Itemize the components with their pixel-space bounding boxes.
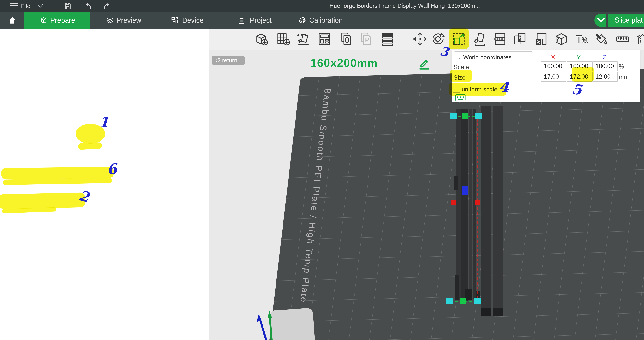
- tab-calibration-label: Calibration: [309, 16, 343, 25]
- save-icon[interactable]: [63, 2, 72, 11]
- bambu-studio-window: File HueForge Borders Frame Display Wall…: [0, 0, 644, 340]
- scale-z-value: 100.00: [596, 63, 614, 70]
- keyboard-icon[interactable]: [455, 94, 466, 102]
- split-to-objects-icon[interactable]: [337, 29, 355, 49]
- size-z-input[interactable]: 12.00: [592, 72, 618, 82]
- size-y-input[interactable]: 172.00: [567, 72, 592, 82]
- scale-handle-green[interactable]: [460, 298, 466, 304]
- scale-unit: %: [619, 63, 624, 70]
- scale-handle-cyan[interactable]: [446, 298, 453, 304]
- axis-y-header: Y: [576, 53, 581, 61]
- home-icon[interactable]: [7, 16, 17, 26]
- scale-handle-red[interactable]: [450, 200, 456, 205]
- negative-part-icon[interactable]: [532, 29, 550, 49]
- scale-handle-blue[interactable]: [462, 186, 468, 195]
- slice-options-chevron-button[interactable]: [594, 14, 606, 27]
- scale-x-value: 100.00: [544, 63, 562, 70]
- preview-layers-icon: [105, 16, 114, 26]
- tab-preview-label: Preview: [116, 16, 141, 25]
- scale-z-input[interactable]: 100.00: [592, 61, 618, 71]
- left-sidebar: [0, 29, 209, 340]
- scale-handle-cyan[interactable]: [450, 113, 456, 119]
- seam-paint-icon[interactable]: [634, 29, 644, 49]
- axis-z-header: Z: [602, 53, 606, 61]
- coordinate-system-dropdown[interactable]: ⌄ World coordinates: [454, 52, 533, 64]
- paint-tool-icon[interactable]: [592, 29, 610, 49]
- tab-preview[interactable]: Preview: [97, 12, 155, 29]
- svg-text:Ta: Ta: [576, 33, 588, 45]
- plate-front-tab: [270, 308, 315, 340]
- arrange-icon[interactable]: [316, 29, 333, 49]
- device-icon: [170, 16, 180, 26]
- boolean-mesh-icon[interactable]: [511, 29, 529, 49]
- chevron-down-icon[interactable]: [36, 3, 44, 10]
- edit-plate-name-icon[interactable]: [418, 57, 431, 71]
- scale-y-input[interactable]: 100.00: [567, 61, 592, 71]
- hamburger-menu-icon[interactable]: [10, 3, 18, 9]
- svg-text:P: P: [365, 37, 369, 44]
- axis-x-header: X: [551, 53, 555, 61]
- rotate-tool-icon[interactable]: [429, 29, 447, 49]
- tab-device-label: Device: [182, 16, 204, 25]
- coordinate-system-value: World coordinates: [463, 54, 512, 61]
- size-unit: mm: [619, 74, 629, 81]
- project-list-icon: [237, 16, 246, 26]
- toolbar-divider: [401, 33, 402, 46]
- uniform-scale-label: uniform scale: [462, 86, 497, 93]
- text-tool-icon[interactable]: Ta: [573, 29, 591, 49]
- scale-row-label: Scale: [454, 64, 469, 71]
- add-model-icon[interactable]: [252, 29, 270, 49]
- tab-calibration[interactable]: Calibration: [291, 12, 360, 29]
- size-x-value: 17.00: [544, 73, 559, 80]
- scale-x-input[interactable]: 100.00: [541, 61, 566, 71]
- tab-prepare[interactable]: Prepare: [24, 12, 90, 29]
- tab-device[interactable]: Device: [164, 12, 222, 29]
- file-menu[interactable]: File: [21, 3, 30, 9]
- tab-prepare-label: Prepare: [50, 16, 75, 25]
- mesh-edit-cube-icon[interactable]: [552, 29, 570, 49]
- scale-handle-cyan[interactable]: [474, 298, 481, 304]
- cut-tool-icon[interactable]: [491, 29, 509, 49]
- title-bar: File HueForge Borders Frame Display Wall…: [0, 0, 644, 12]
- return-label: return: [222, 57, 237, 64]
- scale-handle-cyan[interactable]: [475, 113, 482, 119]
- scale-handle-red[interactable]: [476, 200, 480, 205]
- transform-panel: ⌄ World coordinates X Y Z Scale 100.00 1…: [452, 50, 640, 102]
- scale-handle-green[interactable]: [462, 113, 468, 119]
- move-tool-icon[interactable]: [411, 29, 429, 49]
- uniform-scale-checkbox[interactable]: [453, 85, 460, 93]
- split-to-parts-icon[interactable]: P: [357, 29, 375, 49]
- scale-y-value: 100.00: [570, 63, 588, 70]
- scale-tool-icon[interactable]: [450, 29, 468, 49]
- plate-size-label: 160x200mm: [310, 56, 378, 69]
- tab-project[interactable]: Project: [230, 12, 288, 29]
- main-tab-bar: Prepare Preview Device Project Calibrati…: [0, 12, 644, 29]
- measure-tool-icon[interactable]: [614, 29, 632, 49]
- slice-plate-label: Slice plat: [608, 16, 643, 24]
- size-z-value: 12.00: [596, 73, 611, 80]
- calibration-gear-icon: [298, 16, 307, 26]
- slice-plate-button[interactable]: Slice plat: [608, 14, 644, 27]
- auto-orient-icon[interactable]: AUTO: [294, 29, 312, 49]
- size-x-input[interactable]: 17.00: [541, 72, 566, 82]
- undo-icon[interactable]: [84, 2, 93, 11]
- return-button[interactable]: ↺ return: [212, 56, 245, 65]
- lay-on-face-icon[interactable]: [471, 29, 489, 49]
- return-arrow-icon: ↺: [215, 57, 220, 64]
- size-row-label: Size: [454, 74, 466, 81]
- redo-icon[interactable]: [102, 2, 112, 11]
- variable-layer-height-icon[interactable]: [379, 29, 396, 49]
- toolbar-divider: [55, 2, 55, 11]
- window-title: HueForge Borders Frame Display Wall Hang…: [330, 3, 480, 9]
- chevron-down-icon: ⌄: [457, 55, 461, 60]
- add-plate-icon[interactable]: [274, 29, 292, 49]
- prepare-cube-icon: [39, 16, 48, 26]
- tab-project-label: Project: [250, 16, 272, 25]
- panel-divider: [453, 83, 639, 84]
- size-y-value: 172.00: [570, 73, 588, 80]
